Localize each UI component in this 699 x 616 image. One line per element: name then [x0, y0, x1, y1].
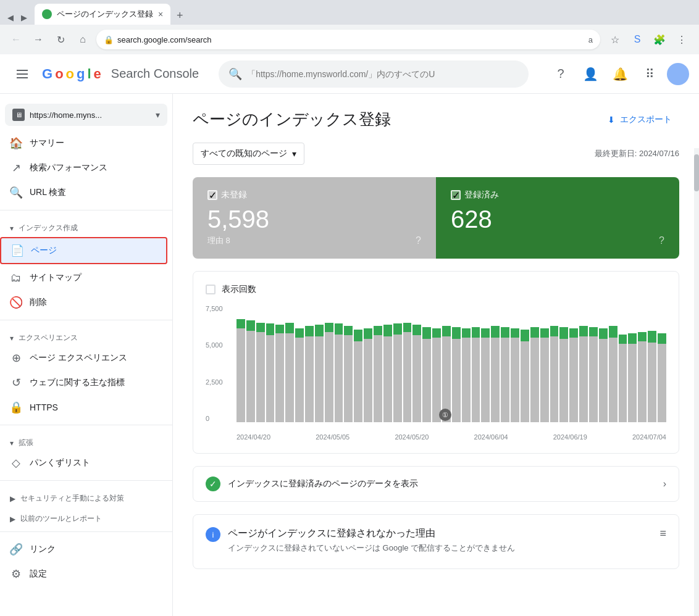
index-registered-text: インデックスに登録済みのページのデータを表示	[228, 478, 418, 489]
sidebar-item-core-web-vitals[interactable]: ↺ ウェブに関する主な指標	[0, 370, 167, 395]
sidebar-item-label: 検索パフォーマンス	[30, 162, 107, 173]
unregistered-card: ✓ 未登録 5,598 理由 8 ?	[193, 177, 436, 259]
sidebar-item-settings[interactable]: ⚙ 設定	[0, 562, 167, 586]
bookmark-button[interactable]: ☆	[605, 30, 625, 49]
divider3	[0, 425, 172, 425]
chart-bar	[501, 327, 509, 422]
sidebar-item-https[interactable]: 🔒 HTTPS	[0, 395, 167, 420]
sidebar-item-sitemap[interactable]: 🗂 サイトマップ	[0, 265, 167, 290]
registered-checkbox[interactable]: ✓	[451, 190, 461, 200]
apps-button[interactable]: ⠿	[637, 62, 662, 86]
chart-checkbox[interactable]	[206, 285, 216, 294]
sidebar-item-pages[interactable]: 📄 ページ	[0, 237, 167, 264]
main-content: ページのインデックス登録 ⬇ エクスポート すべての既知のページ ▾ 最終更新日…	[173, 94, 699, 616]
active-tab[interactable]: ページのインデックス登録 ×	[35, 4, 170, 25]
chart-bar	[619, 335, 627, 423]
scrollbar-thumb[interactable]	[694, 154, 699, 191]
chart-bar	[432, 328, 441, 422]
property-selector[interactable]: 🖥 https://home.myns... ▾	[5, 104, 167, 126]
svg-rect-1	[17, 73, 28, 75]
chart-bar	[491, 326, 500, 422]
export-label: エクスポート	[620, 114, 672, 125]
filter-label: すべての既知のページ	[201, 148, 287, 159]
last-updated: 最終更新日: 2024/07/16	[595, 148, 679, 159]
chart-bar	[266, 323, 275, 422]
unregistered-checkbox[interactable]: ✓	[207, 190, 217, 200]
tab-control-back[interactable]: ◀	[5, 10, 16, 25]
sidebar-item-page-experience[interactable]: ⊕ ページ エクスペリエンス	[0, 346, 167, 370]
header-search-bar[interactable]: 🔍	[219, 60, 529, 88]
info-icon[interactable]: ?	[416, 235, 421, 246]
section-arrow: ▾	[10, 439, 14, 447]
x-label-1: 2024/04/20	[236, 433, 270, 441]
green-check-icon: ✓	[206, 477, 220, 491]
export-button[interactable]: ⬇ エクスポート	[600, 109, 679, 130]
home-button[interactable]: ⌂	[74, 31, 91, 48]
chart-bar	[393, 323, 402, 422]
chart-bar	[530, 327, 539, 422]
chart-bar	[579, 326, 588, 422]
forward-button[interactable]: →	[30, 31, 47, 48]
search-input[interactable]	[247, 69, 519, 79]
security-icon: 🔒	[104, 35, 114, 44]
new-tab-button[interactable]: +	[170, 6, 189, 25]
account-button[interactable]: 👤	[578, 62, 603, 86]
section-arrow: ▶	[10, 494, 15, 503]
sidebar-item-search-performance[interactable]: ↗ 検索パフォーマンス	[0, 156, 167, 180]
section-label-text: 拡張	[19, 438, 33, 448]
section-label-text: エクスペリエンス	[19, 333, 78, 343]
url-suffix: a	[588, 35, 593, 44]
chart-bar	[383, 325, 392, 422]
unregistered-label: 未登録	[221, 189, 247, 201]
filter-select[interactable]: すべての既知のページ ▾	[193, 143, 304, 165]
extension-button[interactable]: 🧩	[650, 30, 669, 49]
index-section-label[interactable]: ▾ インデックス作成	[0, 215, 172, 236]
sidebar-item-label: パンくずリスト	[30, 457, 90, 468]
sidebar-item-delete[interactable]: 🚫 削除	[0, 290, 167, 315]
notifications-button[interactable]: 🔔	[608, 62, 632, 86]
app-header: G o o g l e Search Console 🔍 ? 👤 🔔 ⠿	[0, 54, 699, 94]
sidebar-item-breadcrumbs[interactable]: ◇ パンくずリスト	[0, 451, 167, 475]
tab-close-button[interactable]: ×	[158, 9, 163, 19]
legacy-section-label[interactable]: ▶ 以前のツールとレポート	[0, 506, 172, 527]
menu-button[interactable]: ⋮	[672, 30, 692, 49]
filter-icon[interactable]: ≡	[659, 527, 666, 540]
registered-sublabel: ?	[451, 235, 664, 246]
chart-bar	[550, 326, 559, 422]
security-section-label[interactable]: ▶ セキュリティと手動による対策	[0, 486, 172, 506]
stats-row: ✓ 未登録 5,598 理由 8 ? ✓ 登録済み 628 ?	[193, 177, 679, 259]
sidebar-item-links[interactable]: 🔗 リンク	[0, 537, 167, 562]
chart-bar	[364, 328, 372, 422]
chart-bar	[648, 331, 656, 422]
chevron-right-icon: ›	[663, 478, 666, 489]
hamburger-menu[interactable]	[10, 62, 35, 86]
page-icon: 📄	[11, 244, 23, 257]
refresh-button[interactable]: ↻	[52, 31, 69, 48]
help-button[interactable]: ?	[548, 62, 573, 86]
chart-bar	[609, 326, 617, 422]
sidebar-item-summary[interactable]: 🏠 サマリー	[0, 131, 167, 156]
chart-bar	[628, 333, 637, 422]
app-name: Search Console	[111, 67, 199, 81]
sidebar: 🖥 https://home.myns... ▾ 🏠 サマリー ↗ 検索パフォー…	[0, 94, 173, 616]
avatar[interactable]	[667, 63, 689, 85]
scrollbar-track[interactable]	[694, 148, 699, 616]
info-icon[interactable]: ?	[659, 235, 664, 246]
divider4	[0, 480, 172, 481]
y-label-2: 5,000	[206, 341, 223, 349]
sidebar-item-url-inspection[interactable]: 🔍 URL 検査	[0, 180, 167, 205]
sitemap-icon: 🗂	[10, 272, 22, 284]
index-registered-row[interactable]: ✓ インデックスに登録済みのページのデータを表示 ›	[193, 466, 679, 502]
tab-control-forward[interactable]: ▶	[19, 10, 30, 25]
profile-button[interactable]: S	[627, 30, 647, 49]
chart-bar	[403, 323, 412, 423]
filter-bar: すべての既知のページ ▾ 最終更新日: 2024/07/16	[193, 143, 679, 165]
extensions-section-label[interactable]: ▾ 拡張	[0, 430, 172, 451]
home-icon: 🏠	[10, 137, 22, 149]
logo-g: G	[42, 66, 52, 82]
y-label-1: 7,500	[206, 305, 223, 312]
experience-section-label[interactable]: ▾ エクスペリエンス	[0, 325, 172, 346]
section-arrow: ▾	[10, 224, 14, 233]
address-bar[interactable]: 🔒 search.google.com/search a	[96, 30, 600, 49]
back-button[interactable]: ←	[7, 31, 25, 48]
